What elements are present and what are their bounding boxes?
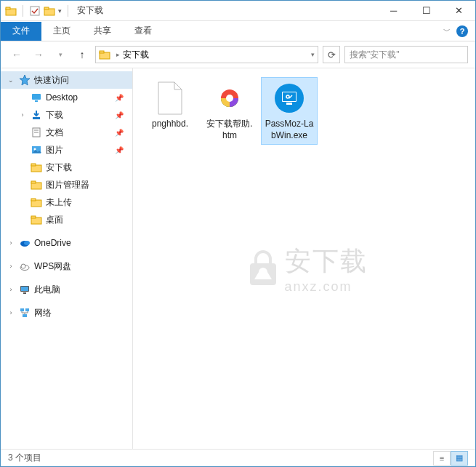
sidebar-item-folder[interactable]: 图片管理器 bbox=[1, 176, 132, 193]
view-details-button[interactable]: ≡ bbox=[433, 451, 451, 466]
sidebar-item-label: OneDrive bbox=[34, 238, 71, 248]
view-icons-button[interactable]: ▦ bbox=[451, 451, 468, 466]
svg-rect-8 bbox=[32, 94, 41, 100]
folder-icon bbox=[30, 196, 43, 208]
svg-point-27 bbox=[21, 264, 25, 268]
sidebar-item-label: 文档 bbox=[46, 127, 63, 139]
folder-icon bbox=[99, 49, 113, 60]
chevron-right-icon[interactable]: ▸ bbox=[116, 51, 120, 58]
search-input[interactable]: 搜索"安下载" bbox=[344, 46, 468, 63]
up-button[interactable]: ↑ bbox=[73, 46, 91, 63]
quick-access-toolbar: ▾ bbox=[5, 5, 71, 17]
sidebar-item-documents[interactable]: 文档 📌 bbox=[1, 124, 132, 141]
watermark: 安下载 anxz.com bbox=[241, 244, 368, 295]
tab-share[interactable]: 共享 bbox=[82, 22, 123, 41]
download-icon bbox=[30, 109, 43, 121]
htm-icon bbox=[212, 81, 247, 116]
computer-icon bbox=[18, 284, 31, 295]
chevron-right-icon[interactable]: › bbox=[7, 286, 15, 293]
svg-rect-47 bbox=[250, 263, 276, 285]
address-bar[interactable]: ▸ 安下载 ▾ bbox=[95, 46, 318, 63]
sidebar-wps[interactable]: › WPS网盘 bbox=[1, 258, 132, 275]
svg-rect-4 bbox=[44, 7, 49, 9]
sidebar-item-pictures[interactable]: 图片 📌 bbox=[1, 141, 132, 159]
search-placeholder: 搜索"安下载" bbox=[350, 49, 400, 61]
file-item[interactable]: pnghhbd. bbox=[142, 77, 198, 145]
window-title: 安下载 bbox=[77, 4, 103, 17]
status-text: 3 个项目 bbox=[8, 452, 41, 464]
back-button[interactable]: ← bbox=[8, 46, 25, 63]
window-controls: ─ ☐ ✕ bbox=[377, 1, 475, 21]
file-icon bbox=[153, 81, 187, 116]
sidebar-item-label: 图片管理器 bbox=[46, 179, 89, 191]
tab-file[interactable]: 文件 bbox=[1, 22, 41, 41]
sidebar-item-label: 安下载 bbox=[46, 161, 72, 174]
sidebar-item-desktop[interactable]: Desktop 📌 bbox=[1, 89, 132, 106]
svg-rect-19 bbox=[31, 181, 36, 183]
sidebar-item-label: 图片 bbox=[46, 144, 63, 156]
view-switcher: ≡ ▦ bbox=[433, 451, 468, 466]
sidebar-item-downloads[interactable]: › 下载 📌 bbox=[1, 106, 132, 124]
star-icon bbox=[18, 74, 31, 86]
pin-icon: 📌 bbox=[115, 94, 124, 102]
svg-rect-29 bbox=[21, 287, 28, 291]
watermark-cn: 安下载 bbox=[285, 244, 368, 279]
qat-dropdown-icon[interactable]: ▾ bbox=[58, 7, 62, 15]
folder-icon[interactable] bbox=[44, 5, 55, 17]
breadcrumb-item[interactable]: 安下载 bbox=[123, 49, 149, 61]
chevron-right-icon[interactable]: › bbox=[7, 309, 15, 316]
svg-rect-46 bbox=[286, 103, 292, 105]
maximize-button[interactable]: ☐ bbox=[410, 1, 443, 21]
pictures-icon bbox=[30, 144, 43, 156]
pin-icon: 📌 bbox=[115, 129, 124, 137]
sidebar-item-folder[interactable]: 安下载 bbox=[1, 159, 132, 176]
sidebar-this-pc[interactable]: › 此电脑 bbox=[1, 281, 132, 298]
svg-rect-31 bbox=[20, 308, 24, 311]
sidebar-quick-access[interactable]: ⌄ 快速访问 bbox=[1, 71, 132, 89]
file-item[interactable]: 安下载帮助.htm bbox=[201, 77, 258, 145]
ribbon-right: ﹀ ? bbox=[443, 25, 475, 37]
forward-button[interactable]: → bbox=[30, 46, 47, 63]
svg-rect-30 bbox=[23, 292, 26, 294]
svg-point-41 bbox=[226, 95, 233, 102]
content: ⌄ 快速访问 Desktop 📌 › bbox=[1, 68, 475, 449]
navbar: ← → ▾ ↑ ▸ 安下载 ▾ ⟳ 搜索"安下载" bbox=[1, 41, 475, 68]
close-button[interactable]: ✕ bbox=[443, 1, 475, 21]
onedrive-icon bbox=[18, 237, 31, 249]
svg-rect-32 bbox=[25, 308, 29, 311]
svg-marker-7 bbox=[20, 75, 30, 85]
svg-point-25 bbox=[24, 241, 30, 245]
chevron-right-icon[interactable]: › bbox=[18, 111, 27, 119]
sidebar-onedrive[interactable]: › OneDrive bbox=[1, 234, 132, 252]
watermark-en: anxz.com bbox=[285, 279, 368, 295]
exe-icon bbox=[272, 81, 307, 116]
recent-dropdown[interactable]: ▾ bbox=[52, 46, 69, 63]
sidebar-item-label: 下载 bbox=[46, 109, 63, 121]
svg-rect-10 bbox=[33, 117, 40, 119]
checkbox-icon[interactable] bbox=[29, 5, 41, 17]
chevron-right-icon[interactable]: › bbox=[7, 239, 15, 247]
file-name: pnghhbd. bbox=[152, 119, 188, 130]
titlebar: ▾ 安下载 ─ ☐ ✕ bbox=[1, 1, 475, 21]
chevron-down-icon[interactable]: ⌄ bbox=[7, 76, 15, 84]
file-item[interactable]: PassMoz-LabWin.exe bbox=[261, 77, 318, 145]
sidebar-item-folder[interactable]: 桌面 bbox=[1, 211, 132, 228]
chevron-down-icon[interactable]: ﹀ bbox=[443, 26, 451, 36]
help-icon[interactable]: ? bbox=[456, 25, 468, 37]
svg-rect-6 bbox=[100, 51, 104, 53]
qat-divider bbox=[23, 5, 23, 17]
sidebar-item-label: 桌面 bbox=[46, 214, 63, 226]
tab-home[interactable]: 主页 bbox=[41, 22, 82, 41]
minimize-button[interactable]: ─ bbox=[377, 1, 410, 21]
svg-rect-33 bbox=[23, 314, 27, 317]
address-dropdown-icon[interactable]: ▾ bbox=[311, 51, 315, 58]
refresh-button[interactable]: ⟳ bbox=[323, 46, 340, 63]
desktop-icon bbox=[30, 92, 43, 103]
tab-view[interactable]: 查看 bbox=[123, 22, 164, 41]
ribbon-tabs: 文件 主页 共享 查看 ﹀ ? bbox=[1, 21, 475, 41]
sidebar-item-folder[interactable]: 未上传 bbox=[1, 193, 132, 211]
pin-icon: 📌 bbox=[115, 146, 124, 154]
file-list[interactable]: pnghhbd. 安下载帮助.htm PassMoz-LabWin.exe bbox=[133, 68, 475, 449]
sidebar-network[interactable]: › 网络 bbox=[1, 304, 132, 322]
chevron-right-icon[interactable]: › bbox=[7, 263, 15, 270]
